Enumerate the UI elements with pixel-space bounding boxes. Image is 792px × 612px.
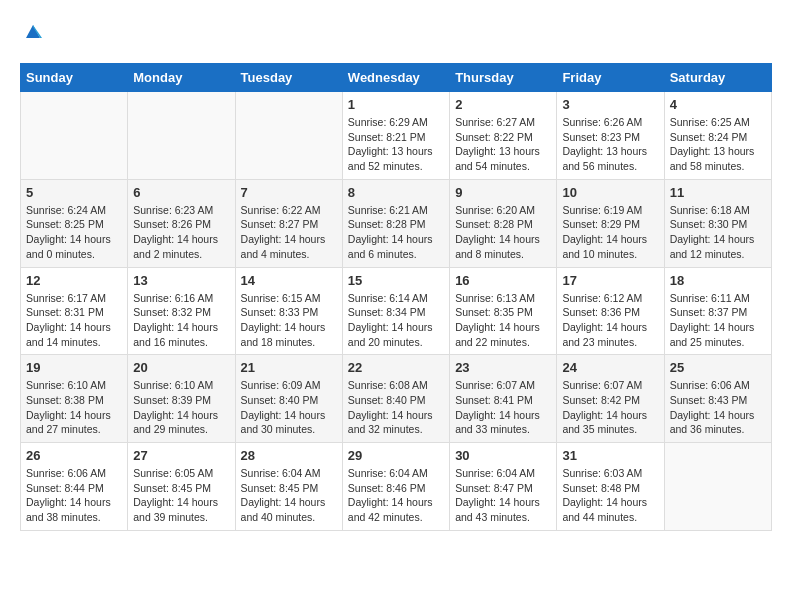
day-number: 17 [562,273,658,288]
day-info: Sunrise: 6:06 AMSunset: 8:43 PMDaylight:… [670,378,766,437]
day-number: 6 [133,185,229,200]
day-info: Sunrise: 6:09 AMSunset: 8:40 PMDaylight:… [241,378,337,437]
calendar-cell [128,92,235,180]
day-number: 30 [455,448,551,463]
calendar-cell: 21Sunrise: 6:09 AMSunset: 8:40 PMDayligh… [235,355,342,443]
day-info: Sunrise: 6:05 AMSunset: 8:45 PMDaylight:… [133,466,229,525]
day-number: 28 [241,448,337,463]
calendar-cell: 14Sunrise: 6:15 AMSunset: 8:33 PMDayligh… [235,267,342,355]
calendar-cell: 5Sunrise: 6:24 AMSunset: 8:25 PMDaylight… [21,179,128,267]
calendar-week-row: 12Sunrise: 6:17 AMSunset: 8:31 PMDayligh… [21,267,772,355]
day-info: Sunrise: 6:10 AMSunset: 8:38 PMDaylight:… [26,378,122,437]
day-info: Sunrise: 6:25 AMSunset: 8:24 PMDaylight:… [670,115,766,174]
day-number: 22 [348,360,444,375]
col-header-wednesday: Wednesday [342,64,449,92]
day-info: Sunrise: 6:27 AMSunset: 8:22 PMDaylight:… [455,115,551,174]
calendar-week-row: 26Sunrise: 6:06 AMSunset: 8:44 PMDayligh… [21,443,772,531]
day-info: Sunrise: 6:04 AMSunset: 8:45 PMDaylight:… [241,466,337,525]
day-number: 27 [133,448,229,463]
day-number: 9 [455,185,551,200]
calendar-cell: 6Sunrise: 6:23 AMSunset: 8:26 PMDaylight… [128,179,235,267]
day-number: 10 [562,185,658,200]
calendar-cell: 15Sunrise: 6:14 AMSunset: 8:34 PMDayligh… [342,267,449,355]
calendar-week-row: 1Sunrise: 6:29 AMSunset: 8:21 PMDaylight… [21,92,772,180]
day-number: 26 [26,448,122,463]
day-number: 1 [348,97,444,112]
day-info: Sunrise: 6:04 AMSunset: 8:47 PMDaylight:… [455,466,551,525]
calendar-cell: 29Sunrise: 6:04 AMSunset: 8:46 PMDayligh… [342,443,449,531]
day-number: 2 [455,97,551,112]
day-number: 12 [26,273,122,288]
day-info: Sunrise: 6:18 AMSunset: 8:30 PMDaylight:… [670,203,766,262]
logo [20,20,44,47]
calendar-cell: 16Sunrise: 6:13 AMSunset: 8:35 PMDayligh… [450,267,557,355]
day-info: Sunrise: 6:04 AMSunset: 8:46 PMDaylight:… [348,466,444,525]
calendar-cell: 4Sunrise: 6:25 AMSunset: 8:24 PMDaylight… [664,92,771,180]
day-info: Sunrise: 6:07 AMSunset: 8:41 PMDaylight:… [455,378,551,437]
day-info: Sunrise: 6:16 AMSunset: 8:32 PMDaylight:… [133,291,229,350]
day-number: 25 [670,360,766,375]
day-number: 4 [670,97,766,112]
day-number: 24 [562,360,658,375]
day-number: 8 [348,185,444,200]
day-info: Sunrise: 6:26 AMSunset: 8:23 PMDaylight:… [562,115,658,174]
calendar-cell: 24Sunrise: 6:07 AMSunset: 8:42 PMDayligh… [557,355,664,443]
day-info: Sunrise: 6:06 AMSunset: 8:44 PMDaylight:… [26,466,122,525]
day-number: 20 [133,360,229,375]
day-info: Sunrise: 6:13 AMSunset: 8:35 PMDaylight:… [455,291,551,350]
col-header-tuesday: Tuesday [235,64,342,92]
calendar-cell: 26Sunrise: 6:06 AMSunset: 8:44 PMDayligh… [21,443,128,531]
day-info: Sunrise: 6:23 AMSunset: 8:26 PMDaylight:… [133,203,229,262]
calendar-cell [21,92,128,180]
calendar-cell: 28Sunrise: 6:04 AMSunset: 8:45 PMDayligh… [235,443,342,531]
col-header-monday: Monday [128,64,235,92]
calendar-cell: 3Sunrise: 6:26 AMSunset: 8:23 PMDaylight… [557,92,664,180]
calendar-week-row: 19Sunrise: 6:10 AMSunset: 8:38 PMDayligh… [21,355,772,443]
day-number: 5 [26,185,122,200]
day-number: 23 [455,360,551,375]
calendar-cell: 2Sunrise: 6:27 AMSunset: 8:22 PMDaylight… [450,92,557,180]
day-info: Sunrise: 6:12 AMSunset: 8:36 PMDaylight:… [562,291,658,350]
day-number: 11 [670,185,766,200]
day-info: Sunrise: 6:19 AMSunset: 8:29 PMDaylight:… [562,203,658,262]
calendar-cell: 1Sunrise: 6:29 AMSunset: 8:21 PMDaylight… [342,92,449,180]
day-number: 3 [562,97,658,112]
calendar-cell: 10Sunrise: 6:19 AMSunset: 8:29 PMDayligh… [557,179,664,267]
calendar-cell [235,92,342,180]
day-number: 29 [348,448,444,463]
day-info: Sunrise: 6:29 AMSunset: 8:21 PMDaylight:… [348,115,444,174]
calendar-cell: 31Sunrise: 6:03 AMSunset: 8:48 PMDayligh… [557,443,664,531]
day-info: Sunrise: 6:10 AMSunset: 8:39 PMDaylight:… [133,378,229,437]
day-info: Sunrise: 6:20 AMSunset: 8:28 PMDaylight:… [455,203,551,262]
calendar-header-row: SundayMondayTuesdayWednesdayThursdayFrid… [21,64,772,92]
calendar-cell: 12Sunrise: 6:17 AMSunset: 8:31 PMDayligh… [21,267,128,355]
day-info: Sunrise: 6:21 AMSunset: 8:28 PMDaylight:… [348,203,444,262]
day-number: 15 [348,273,444,288]
day-number: 13 [133,273,229,288]
col-header-thursday: Thursday [450,64,557,92]
logo-icon [22,20,44,42]
calendar-cell [664,443,771,531]
day-info: Sunrise: 6:17 AMSunset: 8:31 PMDaylight:… [26,291,122,350]
calendar-week-row: 5Sunrise: 6:24 AMSunset: 8:25 PMDaylight… [21,179,772,267]
day-number: 31 [562,448,658,463]
day-number: 19 [26,360,122,375]
calendar-cell: 20Sunrise: 6:10 AMSunset: 8:39 PMDayligh… [128,355,235,443]
calendar-cell: 13Sunrise: 6:16 AMSunset: 8:32 PMDayligh… [128,267,235,355]
col-header-saturday: Saturday [664,64,771,92]
calendar-cell: 27Sunrise: 6:05 AMSunset: 8:45 PMDayligh… [128,443,235,531]
day-info: Sunrise: 6:03 AMSunset: 8:48 PMDaylight:… [562,466,658,525]
calendar-cell: 17Sunrise: 6:12 AMSunset: 8:36 PMDayligh… [557,267,664,355]
calendar-cell: 23Sunrise: 6:07 AMSunset: 8:41 PMDayligh… [450,355,557,443]
day-number: 7 [241,185,337,200]
calendar-cell: 7Sunrise: 6:22 AMSunset: 8:27 PMDaylight… [235,179,342,267]
calendar-table: SundayMondayTuesdayWednesdayThursdayFrid… [20,63,772,531]
day-number: 21 [241,360,337,375]
calendar-cell: 30Sunrise: 6:04 AMSunset: 8:47 PMDayligh… [450,443,557,531]
page-header [20,20,772,47]
day-info: Sunrise: 6:15 AMSunset: 8:33 PMDaylight:… [241,291,337,350]
calendar-cell: 19Sunrise: 6:10 AMSunset: 8:38 PMDayligh… [21,355,128,443]
calendar-cell: 25Sunrise: 6:06 AMSunset: 8:43 PMDayligh… [664,355,771,443]
day-number: 14 [241,273,337,288]
logo-text [20,20,44,47]
